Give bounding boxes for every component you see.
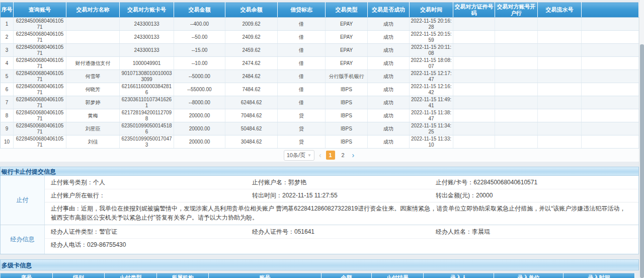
table-cell: 20000.00 <box>174 109 225 122</box>
column-header: 查询账号 <box>14 3 66 18</box>
column-header: 交易是否成功 <box>368 3 410 18</box>
table-cell: 借 <box>278 96 326 109</box>
table-cell: 财付通微信支付 <box>66 57 120 70</box>
field-account-name: 止付账户名：郭梦艳 <box>246 178 430 187</box>
table-cell: 20000.00 <box>174 135 225 149</box>
table-cell: IBPS <box>326 122 368 135</box>
table-cell <box>582 18 639 31</box>
table-cell: 2022-11-15 11:34:25 <box>410 122 453 135</box>
column-header: 交易对方账卡号 <box>120 3 174 18</box>
table-cell: 6228450068040610571 <box>14 96 66 109</box>
transactions-header-row: 序号查询账号交易对方名称交易对方账卡号交易金额交易余额借贷标志交易类型交易是否成… <box>1 3 639 18</box>
table-cell: --400.00 <box>174 18 225 31</box>
stop-payment-info-box: 止付 止付账号类别：个人 止付账户名：郭梦艳 止付账/卡号：6228450068… <box>0 176 639 254</box>
column-header: 止付类型 <box>105 273 157 278</box>
table-cell: 6235010990500145186 <box>120 122 174 135</box>
table-cell: 郭梦婷 <box>66 96 120 109</box>
table-cell: 借 <box>278 57 326 70</box>
table-cell: 2009.62 <box>225 18 278 31</box>
table-cell: 4 <box>1 57 14 70</box>
table-cell <box>538 135 582 149</box>
page-size-label: 10条/页 <box>287 152 305 159</box>
table-cell <box>538 18 582 31</box>
pagination: 10条/页 ▼ ‹ 1 2 › <box>0 149 639 162</box>
page-size-select[interactable]: 10条/页 ▼ <box>284 150 314 161</box>
table-cell <box>453 135 495 149</box>
table-cell <box>538 31 582 44</box>
table-cell: 2022-11-15 11:38:47 <box>410 109 453 122</box>
table-cell: 借 <box>278 18 326 31</box>
page-button-1[interactable]: 1 <box>326 151 335 160</box>
field-row: 止付账户所在银行： 转出时间：2022-11-15 11:27:55 转出金额(… <box>45 189 638 202</box>
table-cell: 70484.62 <box>225 109 278 122</box>
table-cell: 5 <box>1 70 14 83</box>
prev-page-button[interactable]: ‹ <box>318 152 323 159</box>
table-cell: EPAY <box>326 18 368 31</box>
table-cell: 9 <box>1 122 14 135</box>
multi-card-section-title: 多级卡信息 <box>0 259 639 270</box>
table-cell <box>495 122 538 135</box>
table-cell <box>538 96 582 109</box>
column-header: 余额 <box>321 273 372 278</box>
table-cell: 2022-11-15 20:16:28 <box>410 18 453 31</box>
table-cell: 6228450068040610571 <box>14 57 66 70</box>
next-page-button[interactable]: › <box>351 152 356 159</box>
table-cell: 6 <box>1 83 14 96</box>
table-cell: 黄梅 <box>66 109 120 122</box>
table-cell <box>495 135 538 149</box>
table-cell <box>495 70 538 83</box>
table-cell <box>582 109 639 122</box>
table-cell <box>582 122 639 135</box>
table-cell <box>495 44 538 57</box>
table-cell <box>453 18 495 31</box>
table-cell: 10 <box>1 135 14 149</box>
table-row: 16228450068040610571243300133--400.00200… <box>1 18 639 31</box>
table-cell <box>495 18 538 31</box>
table-cell: 刘星臣 <box>66 122 120 135</box>
column-header: 交易对方名称 <box>66 3 120 18</box>
table-cell <box>538 122 582 135</box>
table-cell: 6228450068040610571 <box>14 83 66 96</box>
column-header: 所属机构 <box>157 273 209 278</box>
field-officer-phone: 经办人电话：029-86755430 <box>45 241 246 249</box>
table-cell: 243300133 <box>120 18 174 31</box>
table-cell <box>66 31 120 44</box>
column-header: 交易对方证件号码 <box>453 3 495 18</box>
multi-card-header-row: 序号级别止付类型所属机构账号余额止付结果录入人录入单位录入时间 <box>1 273 635 278</box>
stop-payment-fields: 止付账号类别：个人 止付账户名：郭梦艳 止付账/卡号：6228450068040… <box>45 176 638 225</box>
table-cell: 借 <box>278 31 326 44</box>
table-cell: 2022-11-15 12:16:42 <box>410 83 453 96</box>
column-header <box>582 3 639 18</box>
column-header: 交易类型 <box>326 3 368 18</box>
table-cell: 贷 <box>278 122 326 135</box>
table-cell: 刘佳 <box>66 135 120 149</box>
table-cell: 9010713080100100033099 <box>120 70 174 83</box>
main-content: 序号查询账号交易对方名称交易对方账卡号交易金额交易余额借贷标志交易类型交易是否成… <box>0 0 639 278</box>
column-header: 交易余额 <box>225 3 278 18</box>
table-cell: 6228450068040610571 <box>14 109 66 122</box>
table-cell: 何晓芳 <box>66 83 120 96</box>
table-cell: 2474.62 <box>225 57 278 70</box>
column-header: 级别 <box>53 273 105 278</box>
table-cell: --15.00 <box>174 44 225 57</box>
field-officer-cert-type: 经办人证件类型：警官证 <box>45 228 246 236</box>
table-cell: 243300133 <box>120 31 174 44</box>
table-cell: EPAY <box>326 57 368 70</box>
stop-payment-group: 止付 止付账号类别：个人 止付账户名：郭梦艳 止付账/卡号：6228450068… <box>1 176 638 225</box>
table-cell: 2409.62 <box>225 31 278 44</box>
table-cell <box>66 44 120 57</box>
table-cell: 分行版手机银行 <box>326 70 368 83</box>
table-cell: 8 <box>1 109 14 122</box>
table-cell: IBPS <box>326 109 368 122</box>
field-account-type: 止付账号类别：个人 <box>45 178 246 187</box>
table-row: 26228450068040610571243300133--50.002409… <box>1 31 639 44</box>
table-row: 96228450068040610571刘星臣62350109905001451… <box>1 122 639 135</box>
table-row: 86228450068040610571黄梅621728194200112709… <box>1 109 639 122</box>
table-cell <box>538 109 582 122</box>
table-cell: IBPS <box>326 96 368 109</box>
page-scrollbar[interactable] <box>639 0 644 278</box>
page-button-2[interactable]: 2 <box>339 151 348 160</box>
scrollbar-thumb[interactable] <box>640 44 644 278</box>
table-cell: 成功 <box>368 18 410 31</box>
table-cell <box>538 57 582 70</box>
